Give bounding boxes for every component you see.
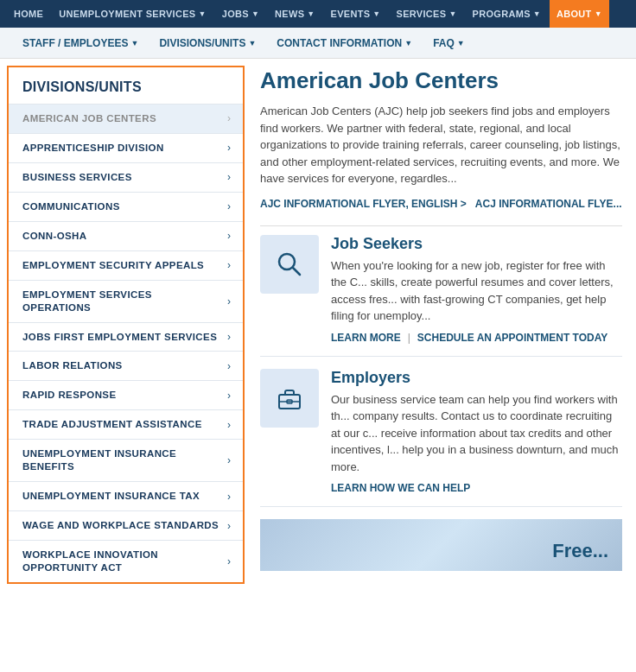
chevron-right-icon: › (227, 360, 231, 372)
sec-nav-contact-information[interactable]: CONTACT INFORMATION ▼ (268, 28, 421, 58)
employers-title: Employers (331, 369, 622, 387)
chevron-right-icon: › (227, 171, 231, 183)
sidebar-item-jobs-first-employment-services[interactable]: JOBS FIRST EMPLOYMENT SERVICES › (9, 322, 243, 352)
employers-card: Employers Our business service team can … (260, 369, 622, 508)
svg-line-1 (293, 268, 300, 275)
chevron-right-icon: › (227, 259, 231, 271)
sidebar-item-american-job-centers[interactable]: AMERICAN JOB CENTERS › (9, 104, 243, 133)
content-links: AJC INFORMATIONAL FLYER, ENGLISH > ACJ I… (260, 198, 622, 210)
employers-body: Employers Our business service team can … (331, 369, 622, 495)
learn-more-link[interactable]: LEARN MORE (331, 332, 401, 344)
sidebar-item-communications[interactable]: COMMUNICATIONS › (9, 192, 243, 221)
chevron-right-icon: › (227, 520, 231, 532)
chevron-right-icon: › (227, 200, 231, 212)
job-seekers-body: Job Seekers When you're looking for a ne… (331, 235, 622, 344)
chevron-right-icon: › (227, 112, 231, 124)
content-description: American Job Centers (AJC) help job seek… (260, 103, 622, 187)
nav-home[interactable]: HOME (7, 0, 50, 28)
employers-icon-box (260, 369, 319, 428)
sec-nav-divisions-units[interactable]: DIVISIONS/UNITS ▼ (150, 28, 264, 58)
nav-services[interactable]: SERVICES ▼ (390, 0, 464, 28)
chevron-right-icon: › (227, 295, 231, 307)
nav-jobs[interactable]: JOBS ▼ (215, 0, 266, 28)
briefcase-icon (274, 383, 305, 414)
chevron-down-icon: ▼ (307, 10, 315, 18)
sidebar-item-labor-relations[interactable]: LABOR RELATIONS › (9, 351, 243, 380)
chevron-down-icon: ▼ (404, 39, 412, 48)
schedule-appointment-link[interactable]: SCHEDULE AN APPOINTMENT TODAY (417, 332, 607, 344)
job-seekers-card: Job Seekers When you're looking for a ne… (260, 235, 622, 357)
sidebar-item-business-services[interactable]: BUSINESS SERVICES › (9, 162, 243, 192)
chevron-down-icon: ▼ (199, 10, 207, 18)
employers-text: Our business service team can help you f… (331, 391, 622, 476)
divider (260, 225, 622, 226)
chevron-down-icon: ▼ (533, 10, 541, 18)
chevron-down-icon: ▼ (457, 39, 465, 48)
sidebar-item-unemployment-insurance-tax[interactable]: UNEMPLOYMENT INSURANCE TAX › (9, 481, 243, 510)
chevron-right-icon: › (227, 419, 231, 431)
sec-nav-staff-employees[interactable]: STAFF / EMPLOYEES ▼ (14, 28, 147, 58)
sec-nav-faq[interactable]: FAQ ▼ (424, 28, 474, 58)
chevron-down-icon: ▼ (251, 10, 259, 18)
sidebar: DIVISIONS/UNITS AMERICAN JOB CENTERS › A… (7, 66, 245, 584)
sidebar-item-conn-osha[interactable]: CONN-OSHA › (9, 221, 243, 250)
job-seekers-title: Job Seekers (331, 235, 622, 253)
secondary-navigation: STAFF / EMPLOYEES ▼ DIVISIONS/UNITS ▼ CO… (0, 28, 636, 59)
sidebar-title: DIVISIONS/UNITS (9, 67, 243, 104)
job-seekers-links: LEARN MORE | SCHEDULE AN APPOINTMENT TOD… (331, 332, 622, 344)
chevron-down-icon: ▼ (372, 10, 380, 18)
sidebar-item-wage-workplace-standards[interactable]: WAGE AND WORKPLACE STANDARDS › (9, 510, 243, 540)
job-seekers-text: When you're looking for a new job, regis… (331, 257, 622, 325)
nav-unemployment-services[interactable]: UNEMPLOYMENT SERVICES ▼ (52, 0, 213, 28)
chevron-right-icon: › (227, 454, 231, 466)
bottom-strip-text: Free... (552, 540, 608, 562)
sidebar-item-employment-services-operations[interactable]: EMPLOYMENT SERVICES OPERATIONS › (9, 280, 243, 322)
ajc-flyer-english-link[interactable]: AJC INFORMATIONAL FLYER, ENGLISH > (260, 198, 467, 210)
employers-links: LEARN HOW WE CAN HELP (331, 482, 622, 494)
nav-programs[interactable]: PROGRAMS ▼ (466, 0, 548, 28)
job-seekers-icon-box (260, 235, 319, 294)
search-icon (274, 249, 305, 280)
acj-flyer-link[interactable]: ACJ INFORMATIONAL FLYE... (475, 198, 622, 210)
sidebar-item-unemployment-insurance-benefits[interactable]: UNEMPLOYMENT INSURANCE BENEFITS › (9, 439, 243, 481)
sidebar-item-trade-adjustment-assistance[interactable]: TRADE ADJUSTMENT ASSISTANCE › (9, 409, 243, 439)
main-layout: DIVISIONS/UNITS AMERICAN JOB CENTERS › A… (0, 59, 636, 591)
nav-events[interactable]: EVENTS ▼ (324, 0, 388, 28)
nav-about[interactable]: ABOUT ▼ (550, 0, 609, 28)
sidebar-item-employment-security-appeals[interactable]: EMPLOYMENT SECURITY APPEALS › (9, 250, 243, 280)
content-area: American Job Centers American Job Center… (251, 59, 636, 591)
chevron-down-icon: ▼ (595, 10, 602, 18)
chevron-right-icon: › (227, 491, 231, 503)
chevron-down-icon: ▼ (248, 39, 256, 48)
nav-news[interactable]: NEWS ▼ (268, 0, 321, 28)
chevron-right-icon: › (227, 390, 231, 402)
chevron-down-icon: ▼ (448, 10, 456, 18)
chevron-right-icon: › (227, 331, 231, 343)
learn-how-we-can-help-link[interactable]: LEARN HOW WE CAN HELP (331, 482, 470, 494)
page-title: American Job Centers (260, 67, 622, 94)
sidebar-item-workplace-innovation-opportunity-act[interactable]: WORKPLACE INNOVATION OPPORTUNITY ACT › (9, 540, 243, 582)
sidebar-item-apprenticeship-division[interactable]: APPRENTICESHIP DIVISION › (9, 133, 243, 162)
chevron-right-icon: › (227, 555, 231, 567)
sidebar-item-rapid-response[interactable]: RAPID RESPONSE › (9, 380, 243, 409)
top-navigation: HOME UNEMPLOYMENT SERVICES ▼ JOBS ▼ NEWS… (0, 0, 636, 28)
bottom-image-strip: Free... (260, 519, 622, 571)
chevron-down-icon: ▼ (130, 39, 138, 48)
chevron-right-icon: › (227, 142, 231, 154)
chevron-right-icon: › (227, 230, 231, 242)
